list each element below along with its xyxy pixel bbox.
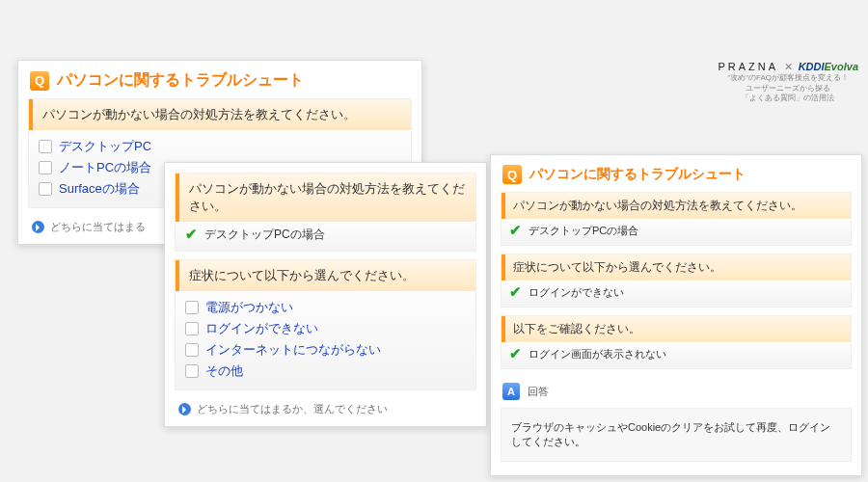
- brand-kddi: KDDI: [799, 61, 825, 72]
- selected-answer: ログイン画面が表示されない: [529, 347, 666, 362]
- panel-step3: Q パソコンに関するトラブルシュート パソコンが動かない場合の対処方法を教えてく…: [490, 154, 862, 476]
- hint-arrow-icon: [178, 403, 191, 415]
- selected-answer: デスクトップPCの場合: [204, 227, 325, 243]
- selected-answer: ログインができない: [529, 285, 624, 300]
- question-prompt: パソコンが動かない場合の対処方法を教えてください。: [176, 174, 475, 222]
- option-no-login[interactable]: ログインができない: [185, 318, 466, 339]
- checkbox-icon[interactable]: [185, 343, 199, 357]
- brand-x: ✕: [784, 61, 793, 72]
- symptom-prompt: 症状について以下から選んでください。: [176, 260, 475, 291]
- checkbox-icon[interactable]: [185, 301, 199, 314]
- selected-answer: デスクトップPCの場合: [529, 224, 638, 238]
- panel-title: パソコンに関するトラブルシュート: [529, 166, 746, 183]
- brand-prazna: PRAZNA: [719, 61, 778, 72]
- answer-body: ブラウザのキャッシュやCookieのクリアをお試して再度、ログインしてください。: [501, 408, 852, 462]
- answer-title: 回答: [528, 385, 549, 399]
- q-badge-icon: Q: [30, 71, 49, 91]
- option-other[interactable]: その他: [185, 361, 466, 382]
- hint-text: どちらに当てはまるか、選んでください: [197, 402, 388, 416]
- hint-text: どちらに当てはまる: [50, 220, 146, 234]
- check-icon: ✔: [185, 226, 198, 243]
- question-prompt: パソコンが動かない場合の対処方法を教えてください。: [29, 99, 411, 130]
- check-icon: ✔: [509, 283, 522, 301]
- checkbox-icon[interactable]: [185, 322, 199, 335]
- a-badge-icon: A: [502, 383, 520, 400]
- panel-step2: パソコンが動かない場合の対処方法を教えてください。 ✔デスクトップPCの場合 症…: [164, 162, 487, 427]
- header-tag1: "攻め"のFAQが顧客接点を変える！: [719, 73, 859, 83]
- question-prompt: パソコンが動かない場合の対処方法を教えてください。: [502, 193, 851, 219]
- header-tag2: ユーザーニーズから探る: [719, 84, 859, 94]
- hint-arrow-icon: [32, 221, 44, 233]
- symptom-prompt: 症状について以下から選んでください。: [502, 254, 851, 281]
- checkbox-icon[interactable]: [39, 182, 52, 196]
- header-tag3: 「よくある質問」の活用法: [719, 94, 859, 103]
- brand-evolva: Evolva: [825, 61, 858, 72]
- header-branding: PRAZNA ✕ KDDIEvolva "攻め"のFAQが顧客接点を変える！ ユ…: [719, 60, 859, 103]
- confirm-prompt: 以下をご確認ください。: [502, 316, 851, 342]
- option-desktop[interactable]: デスクトップPC: [39, 136, 401, 157]
- panel-title: パソコンに関するトラブルシュート: [57, 70, 304, 91]
- checkbox-icon[interactable]: [39, 161, 52, 174]
- option-no-power[interactable]: 電源がつかない: [185, 297, 466, 318]
- option-no-internet[interactable]: インターネットにつながらない: [185, 339, 466, 361]
- q-badge-icon: Q: [502, 165, 522, 184]
- check-icon: ✔: [509, 222, 522, 239]
- check-icon: ✔: [509, 345, 522, 362]
- checkbox-icon[interactable]: [39, 140, 52, 153]
- checkbox-icon[interactable]: [185, 364, 199, 378]
